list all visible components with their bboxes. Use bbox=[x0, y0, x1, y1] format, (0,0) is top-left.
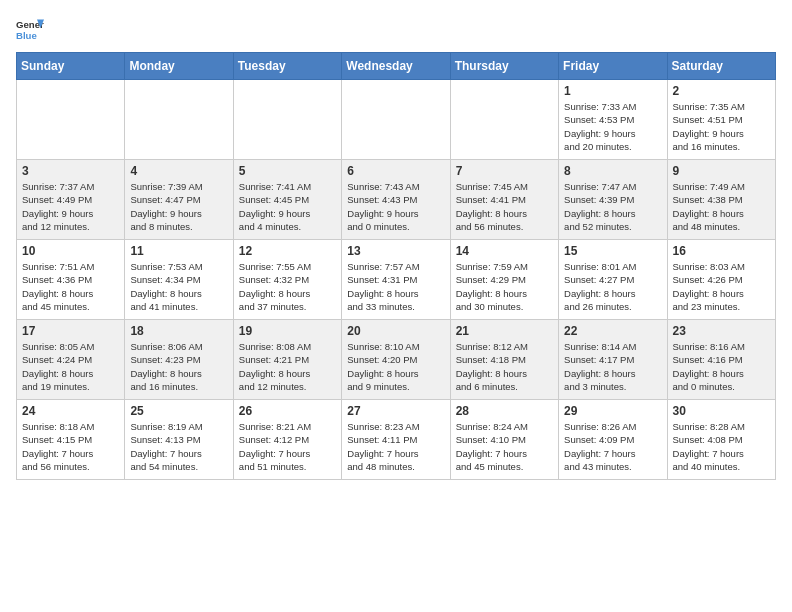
day-info: Sunrise: 8:19 AM Sunset: 4:13 PM Dayligh… bbox=[130, 420, 227, 473]
day-info: Sunrise: 8:12 AM Sunset: 4:18 PM Dayligh… bbox=[456, 340, 553, 393]
day-number: 29 bbox=[564, 404, 661, 418]
week-row-3: 10Sunrise: 7:51 AM Sunset: 4:36 PM Dayli… bbox=[17, 240, 776, 320]
column-header-thursday: Thursday bbox=[450, 53, 558, 80]
day-info: Sunrise: 7:53 AM Sunset: 4:34 PM Dayligh… bbox=[130, 260, 227, 313]
day-number: 2 bbox=[673, 84, 770, 98]
day-cell: 13Sunrise: 7:57 AM Sunset: 4:31 PM Dayli… bbox=[342, 240, 450, 320]
day-cell: 19Sunrise: 8:08 AM Sunset: 4:21 PM Dayli… bbox=[233, 320, 341, 400]
column-header-wednesday: Wednesday bbox=[342, 53, 450, 80]
day-info: Sunrise: 7:59 AM Sunset: 4:29 PM Dayligh… bbox=[456, 260, 553, 313]
logo: General Blue bbox=[16, 16, 44, 44]
day-number: 16 bbox=[673, 244, 770, 258]
day-cell: 25Sunrise: 8:19 AM Sunset: 4:13 PM Dayli… bbox=[125, 400, 233, 480]
day-cell: 4Sunrise: 7:39 AM Sunset: 4:47 PM Daylig… bbox=[125, 160, 233, 240]
day-number: 10 bbox=[22, 244, 119, 258]
day-number: 26 bbox=[239, 404, 336, 418]
day-cell: 10Sunrise: 7:51 AM Sunset: 4:36 PM Dayli… bbox=[17, 240, 125, 320]
day-number: 27 bbox=[347, 404, 444, 418]
day-number: 19 bbox=[239, 324, 336, 338]
day-info: Sunrise: 8:08 AM Sunset: 4:21 PM Dayligh… bbox=[239, 340, 336, 393]
day-number: 22 bbox=[564, 324, 661, 338]
day-info: Sunrise: 7:55 AM Sunset: 4:32 PM Dayligh… bbox=[239, 260, 336, 313]
day-cell: 24Sunrise: 8:18 AM Sunset: 4:15 PM Dayli… bbox=[17, 400, 125, 480]
day-number: 14 bbox=[456, 244, 553, 258]
day-number: 24 bbox=[22, 404, 119, 418]
day-info: Sunrise: 7:41 AM Sunset: 4:45 PM Dayligh… bbox=[239, 180, 336, 233]
day-cell: 28Sunrise: 8:24 AM Sunset: 4:10 PM Dayli… bbox=[450, 400, 558, 480]
day-number: 23 bbox=[673, 324, 770, 338]
day-number: 12 bbox=[239, 244, 336, 258]
day-number: 8 bbox=[564, 164, 661, 178]
day-number: 5 bbox=[239, 164, 336, 178]
day-number: 1 bbox=[564, 84, 661, 98]
day-cell: 3Sunrise: 7:37 AM Sunset: 4:49 PM Daylig… bbox=[17, 160, 125, 240]
day-number: 20 bbox=[347, 324, 444, 338]
day-cell: 23Sunrise: 8:16 AM Sunset: 4:16 PM Dayli… bbox=[667, 320, 775, 400]
day-info: Sunrise: 8:23 AM Sunset: 4:11 PM Dayligh… bbox=[347, 420, 444, 473]
day-number: 4 bbox=[130, 164, 227, 178]
day-info: Sunrise: 8:26 AM Sunset: 4:09 PM Dayligh… bbox=[564, 420, 661, 473]
day-cell bbox=[450, 80, 558, 160]
day-number: 11 bbox=[130, 244, 227, 258]
day-cell: 18Sunrise: 8:06 AM Sunset: 4:23 PM Dayli… bbox=[125, 320, 233, 400]
week-row-5: 24Sunrise: 8:18 AM Sunset: 4:15 PM Dayli… bbox=[17, 400, 776, 480]
day-info: Sunrise: 7:47 AM Sunset: 4:39 PM Dayligh… bbox=[564, 180, 661, 233]
day-cell bbox=[125, 80, 233, 160]
column-header-monday: Monday bbox=[125, 53, 233, 80]
day-number: 25 bbox=[130, 404, 227, 418]
day-info: Sunrise: 7:45 AM Sunset: 4:41 PM Dayligh… bbox=[456, 180, 553, 233]
day-cell: 20Sunrise: 8:10 AM Sunset: 4:20 PM Dayli… bbox=[342, 320, 450, 400]
column-header-tuesday: Tuesday bbox=[233, 53, 341, 80]
day-info: Sunrise: 7:49 AM Sunset: 4:38 PM Dayligh… bbox=[673, 180, 770, 233]
header-row: SundayMondayTuesdayWednesdayThursdayFrid… bbox=[17, 53, 776, 80]
day-number: 6 bbox=[347, 164, 444, 178]
column-header-saturday: Saturday bbox=[667, 53, 775, 80]
day-cell: 9Sunrise: 7:49 AM Sunset: 4:38 PM Daylig… bbox=[667, 160, 775, 240]
day-info: Sunrise: 7:33 AM Sunset: 4:53 PM Dayligh… bbox=[564, 100, 661, 153]
day-number: 3 bbox=[22, 164, 119, 178]
day-number: 9 bbox=[673, 164, 770, 178]
day-info: Sunrise: 7:43 AM Sunset: 4:43 PM Dayligh… bbox=[347, 180, 444, 233]
day-info: Sunrise: 8:21 AM Sunset: 4:12 PM Dayligh… bbox=[239, 420, 336, 473]
day-cell: 2Sunrise: 7:35 AM Sunset: 4:51 PM Daylig… bbox=[667, 80, 775, 160]
day-cell: 17Sunrise: 8:05 AM Sunset: 4:24 PM Dayli… bbox=[17, 320, 125, 400]
day-cell: 1Sunrise: 7:33 AM Sunset: 4:53 PM Daylig… bbox=[559, 80, 667, 160]
day-info: Sunrise: 8:03 AM Sunset: 4:26 PM Dayligh… bbox=[673, 260, 770, 313]
day-info: Sunrise: 7:51 AM Sunset: 4:36 PM Dayligh… bbox=[22, 260, 119, 313]
day-number: 13 bbox=[347, 244, 444, 258]
day-info: Sunrise: 8:14 AM Sunset: 4:17 PM Dayligh… bbox=[564, 340, 661, 393]
day-cell: 30Sunrise: 8:28 AM Sunset: 4:08 PM Dayli… bbox=[667, 400, 775, 480]
day-cell bbox=[342, 80, 450, 160]
day-cell: 5Sunrise: 7:41 AM Sunset: 4:45 PM Daylig… bbox=[233, 160, 341, 240]
day-cell: 8Sunrise: 7:47 AM Sunset: 4:39 PM Daylig… bbox=[559, 160, 667, 240]
day-info: Sunrise: 8:05 AM Sunset: 4:24 PM Dayligh… bbox=[22, 340, 119, 393]
svg-text:Blue: Blue bbox=[16, 30, 37, 41]
day-info: Sunrise: 7:35 AM Sunset: 4:51 PM Dayligh… bbox=[673, 100, 770, 153]
day-number: 30 bbox=[673, 404, 770, 418]
day-info: Sunrise: 7:39 AM Sunset: 4:47 PM Dayligh… bbox=[130, 180, 227, 233]
column-header-sunday: Sunday bbox=[17, 53, 125, 80]
day-number: 15 bbox=[564, 244, 661, 258]
day-info: Sunrise: 7:37 AM Sunset: 4:49 PM Dayligh… bbox=[22, 180, 119, 233]
day-cell bbox=[17, 80, 125, 160]
calendar: SundayMondayTuesdayWednesdayThursdayFrid… bbox=[16, 52, 776, 480]
day-number: 18 bbox=[130, 324, 227, 338]
day-cell: 29Sunrise: 8:26 AM Sunset: 4:09 PM Dayli… bbox=[559, 400, 667, 480]
day-info: Sunrise: 7:57 AM Sunset: 4:31 PM Dayligh… bbox=[347, 260, 444, 313]
week-row-2: 3Sunrise: 7:37 AM Sunset: 4:49 PM Daylig… bbox=[17, 160, 776, 240]
day-cell: 21Sunrise: 8:12 AM Sunset: 4:18 PM Dayli… bbox=[450, 320, 558, 400]
day-cell: 14Sunrise: 7:59 AM Sunset: 4:29 PM Dayli… bbox=[450, 240, 558, 320]
day-cell: 7Sunrise: 7:45 AM Sunset: 4:41 PM Daylig… bbox=[450, 160, 558, 240]
day-info: Sunrise: 8:16 AM Sunset: 4:16 PM Dayligh… bbox=[673, 340, 770, 393]
day-cell: 6Sunrise: 7:43 AM Sunset: 4:43 PM Daylig… bbox=[342, 160, 450, 240]
day-number: 21 bbox=[456, 324, 553, 338]
calendar-body: 1Sunrise: 7:33 AM Sunset: 4:53 PM Daylig… bbox=[17, 80, 776, 480]
day-info: Sunrise: 8:28 AM Sunset: 4:08 PM Dayligh… bbox=[673, 420, 770, 473]
day-cell: 26Sunrise: 8:21 AM Sunset: 4:12 PM Dayli… bbox=[233, 400, 341, 480]
day-info: Sunrise: 8:24 AM Sunset: 4:10 PM Dayligh… bbox=[456, 420, 553, 473]
calendar-header: SundayMondayTuesdayWednesdayThursdayFrid… bbox=[17, 53, 776, 80]
day-cell: 11Sunrise: 7:53 AM Sunset: 4:34 PM Dayli… bbox=[125, 240, 233, 320]
day-info: Sunrise: 8:06 AM Sunset: 4:23 PM Dayligh… bbox=[130, 340, 227, 393]
day-cell: 22Sunrise: 8:14 AM Sunset: 4:17 PM Dayli… bbox=[559, 320, 667, 400]
week-row-1: 1Sunrise: 7:33 AM Sunset: 4:53 PM Daylig… bbox=[17, 80, 776, 160]
